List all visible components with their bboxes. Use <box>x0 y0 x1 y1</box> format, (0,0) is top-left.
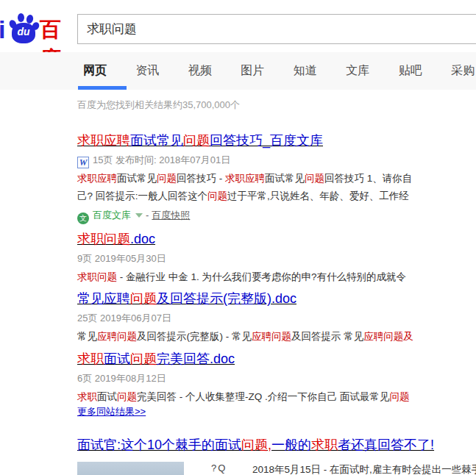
source-site-link[interactable]: 百度文库 <box>93 210 131 221</box>
search-result-2: 求职问题.doc 9页 2019年05月30日 求职问题 - 金融行业 中金 1… <box>77 229 476 286</box>
result-source-row: 文百度文库-百度快照 <box>77 208 476 224</box>
baidu-logo[interactable]: i du 百度 <box>0 10 74 45</box>
snapshot-link[interactable]: 百度快照 <box>152 210 190 221</box>
baidu-paw-du-text: du <box>12 26 35 38</box>
search-input[interactable] <box>77 14 476 44</box>
result-abstract: 求职问题 - 金融行业 中金 1. 为什么我们要考虑你的申?有什么特别的成就令 <box>77 268 476 286</box>
result-abstract: 常见应聘问题及回答提示(完整版) - 常见应聘问题及回答提示 常见应聘问题及 <box>77 328 476 346</box>
result-thumbnail-art: ?Q <box>211 463 227 474</box>
abstract-line: 求职问题 - 金融行业 中金 1. 为什么我们要考虑你的申?有什么特别的成就令 <box>77 268 476 286</box>
search-result-3: 常见应聘问题及回答提示(完整版).doc 25页 2019年06月07日 常见应… <box>77 289 476 346</box>
result-thumbnail[interactable] <box>77 462 184 475</box>
result-abstract: 求职面试问题完美回答 - 个人收集整理-ZQ .介绍一下你自己 面试最常见问题 <box>77 388 476 406</box>
abstract-line: 己? 回答提示:一般人回答这个问题过于平常,只说姓名、年龄、爱好、工作经 <box>77 188 476 205</box>
tab-bar: 网页 资讯 视频 图片 知道 文库 贴吧 采购 <box>0 52 476 90</box>
baidu-paw-icon: du <box>7 11 40 45</box>
result-title-link[interactable]: 常见应聘问题及回答提示(完整版).doc <box>77 289 476 308</box>
tab-zhidao[interactable]: 知道 <box>294 52 317 88</box>
tab-video[interactable]: 视频 <box>188 52 212 88</box>
search-result-4: 求职面试问题完美回答.doc 6页 2019年08月12日 求职面试问题完美回答… <box>77 349 476 406</box>
result-title-link[interactable]: 求职问题.doc <box>77 229 476 249</box>
tab-image[interactable]: 图片 <box>241 52 264 88</box>
result-meta: 9页 2019年05月30日 <box>77 251 476 267</box>
tab-wenku[interactable]: 文库 <box>346 52 369 88</box>
word-doc-icon: W <box>77 157 89 168</box>
search-result-5: 面试官:这个10个棘手的面试问题,一般的求职者还真回答不了! <box>77 435 476 454</box>
result-snippet: 2018年5月15日 - 在面试时,雇主有时会提出一些棘手 <box>252 463 476 475</box>
result-abstract: 求职应聘面试常见问题回答技巧 - 求职应聘面试常见问题回答技巧 1、请你自 己?… <box>77 170 476 205</box>
results-count: 百度为您找到相关结果约35,700,000个 <box>77 99 240 112</box>
header: i du 百度 <box>0 0 476 52</box>
wenku-icon: 文 <box>77 213 89 224</box>
result-meta: 6页 2019年08月12日 <box>77 371 476 387</box>
result-meta-text: 15页 发布时间: 2018年07月01日 <box>93 154 230 165</box>
source-dash: - <box>146 210 149 221</box>
more-same-site-link[interactable]: 更多同站结果>> <box>77 405 146 418</box>
abstract-line: 求职面试问题完美回答 - 个人收集整理-ZQ .介绍一下你自己 面试最常见问题 <box>77 388 476 406</box>
search-result-1: 求职应聘面试常见问题回答技巧_百度文库 W15页 发布时间: 2018年07月0… <box>77 131 476 224</box>
tab-news[interactable]: 资讯 <box>135 52 159 88</box>
result-meta: 25页 2019年06月07日 <box>77 310 476 326</box>
result-title-link[interactable]: 求职面试问题完美回答.doc <box>77 349 476 368</box>
baidu-serp-page: i du 百度 网页 资讯 视频 图片 知道 文库 贴吧 采购 百度为您找到相关… <box>0 0 476 475</box>
result-meta: W15页 发布时间: 2018年07月01日 <box>77 152 476 168</box>
abstract-line: 常见应聘问题及回答提示(完整版) - 常见应聘问题及回答提示 常见应聘问题及 <box>77 328 476 346</box>
tab-tieba[interactable]: 贴吧 <box>399 52 422 88</box>
result-title-link[interactable]: 面试官:这个10个棘手的面试问题,一般的求职者还真回答不了! <box>77 435 476 454</box>
result-title-link[interactable]: 求职应聘面试常见问题回答技巧_百度文库 <box>77 131 476 150</box>
tab-webpage[interactable]: 网页 <box>83 52 107 88</box>
tab-caigou[interactable]: 采购 <box>451 52 475 88</box>
abstract-line: 求职应聘面试常见问题回答技巧 - 求职应聘面试常见问题回答技巧 1、请你自 <box>77 170 476 188</box>
chevron-down-icon[interactable] <box>135 213 143 218</box>
baidu-logo-letter: i <box>0 15 5 44</box>
active-tab-underline <box>78 86 127 90</box>
